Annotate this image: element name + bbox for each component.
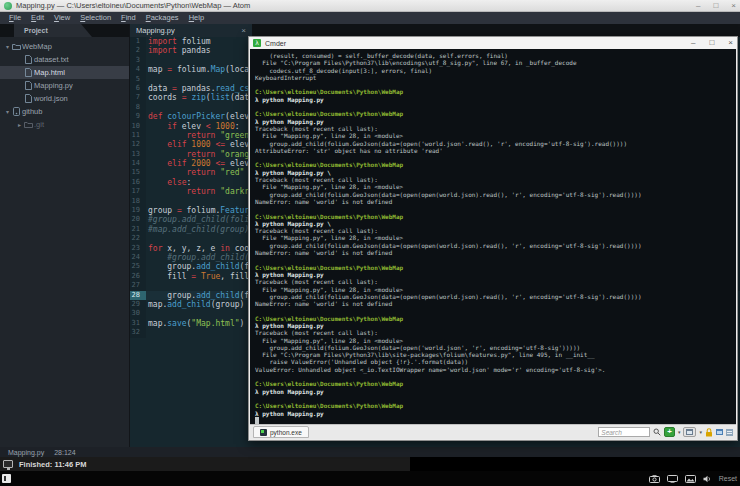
- terminal-line: NameError: name 'world' is not defined: [255, 300, 736, 307]
- console-tab-python-exe[interactable]: python.exe: [253, 426, 309, 438]
- line-number: 24: [130, 253, 146, 262]
- line-number: 7: [130, 93, 146, 102]
- terminal-line: [255, 373, 736, 380]
- tree-item-label: .git: [34, 120, 44, 129]
- terminal-line: ValueError: Unhandled object <_io.TextIO…: [255, 366, 736, 373]
- terminal-line: C:\Users\eltoineu\Documents\Python\WebMa…: [255, 88, 736, 95]
- tree-item-world-json[interactable]: world.json: [0, 92, 129, 105]
- terminal-line: [255, 256, 736, 263]
- terminal-line: File "Mapping.py", line 28, in <module>: [255, 183, 736, 190]
- line-number: 22: [130, 234, 146, 243]
- line-number: 17: [130, 187, 146, 196]
- line-number: 32: [130, 328, 146, 337]
- chevron-down-icon[interactable]: ▾: [4, 108, 11, 115]
- chevron-right-icon[interactable]: ▸: [16, 121, 23, 128]
- terminal-line: group.add_child(folium.GeoJson(data=(ope…: [255, 140, 736, 147]
- cmder-close-button[interactable]: ×: [728, 37, 733, 49]
- window-title: Mapping.py — C:\Users\eltoineu\Documents…: [16, 1, 250, 10]
- menu-item-help[interactable]: Help: [184, 12, 209, 24]
- new-console-button[interactable]: +: [664, 427, 675, 437]
- minimize-button[interactable]: –: [696, 0, 700, 12]
- console-switch-dropdown-icon[interactable]: ▾: [699, 429, 702, 435]
- terminal-line: NameError: name 'world' is not defined: [255, 249, 736, 256]
- line-number: 19: [130, 206, 146, 215]
- tree-item-label: github: [22, 107, 42, 116]
- terminal-line: λ python Mapping.py: [255, 96, 736, 103]
- terminal-line: Traceback (most recent call last):: [255, 176, 736, 183]
- search-input[interactable]: [598, 427, 650, 437]
- camera-icon[interactable]: [649, 475, 660, 483]
- search-icon[interactable]: [653, 428, 661, 436]
- line-number: 9: [130, 112, 146, 121]
- line-number: 31: [130, 319, 146, 328]
- folder-icon: [11, 43, 22, 50]
- terminal-line: λ python Mapping.py: [255, 118, 736, 125]
- tree-item--git[interactable]: ▸.git: [0, 118, 129, 131]
- image-icon[interactable]: [685, 475, 696, 483]
- tree-item-label: world.json: [34, 94, 68, 103]
- taskbar-app-icon[interactable]: [2, 474, 11, 483]
- terminal-line: C:\Users\eltoineu\Documents\Python\WebMa…: [255, 402, 736, 409]
- lock-icon[interactable]: [705, 428, 713, 437]
- cmder-app-icon: λ: [253, 39, 261, 47]
- tree-item-github[interactable]: ▾github: [0, 105, 129, 118]
- line-number: 30: [130, 309, 146, 318]
- line-number: 4: [130, 65, 146, 74]
- terminal-line: group.add_child(folium.GeoJson(data=(ope…: [255, 293, 736, 300]
- line-number: 8: [130, 103, 146, 112]
- tab-close-icon[interactable]: ×: [241, 26, 246, 35]
- repo-icon: [11, 107, 22, 116]
- monitor-icon: [3, 460, 13, 468]
- console-switch-button[interactable]: [683, 427, 696, 437]
- menu-item-file[interactable]: File: [4, 12, 26, 24]
- terminal-line: C:\Users\eltoineu\Documents\Python\WebMa…: [255, 264, 736, 271]
- cmder-window: λ Cmder – □ × (result, consumed) = self.…: [248, 36, 738, 441]
- terminal-line: KeyboardInterrupt: [255, 74, 736, 81]
- terminal-line: codecs.utf_8_decode(input[3:], errors, f…: [255, 67, 736, 74]
- volume-icon[interactable]: [703, 475, 712, 483]
- list-icon[interactable]: [726, 429, 733, 436]
- menu-item-packages[interactable]: Packages: [141, 12, 184, 24]
- file-icon: [23, 68, 34, 77]
- cmder-maximize-button[interactable]: □: [709, 37, 714, 49]
- terminal-line: [255, 205, 736, 212]
- window-icon: [686, 429, 693, 435]
- close-button[interactable]: ×: [731, 0, 736, 12]
- menu-item-selection[interactable]: Selection: [75, 12, 116, 24]
- maximize-button[interactable]: □: [713, 0, 718, 12]
- display-icon[interactable]: [667, 475, 678, 483]
- reset-button[interactable]: Reset: [719, 475, 737, 482]
- window-blue-icon[interactable]: [716, 429, 723, 435]
- line-number: 3: [130, 56, 146, 65]
- terminal-line: File "Mapping.py", line 28, in <module>: [255, 337, 736, 344]
- project-tab[interactable]: Project: [14, 24, 92, 37]
- terminal-output[interactable]: (result, consumed) = self._buffer_decode…: [250, 49, 736, 424]
- menu-item-edit[interactable]: Edit: [26, 12, 49, 24]
- terminal-line: Traceback (most recent call last):: [255, 278, 736, 285]
- line-number: 28: [130, 291, 146, 300]
- line-number: 14: [130, 159, 146, 168]
- line-number: 25: [130, 262, 146, 271]
- cmder-minimize-button[interactable]: –: [691, 37, 695, 49]
- statusbar-file[interactable]: Mapping.py: [8, 449, 44, 456]
- tree-item-mapping-py[interactable]: Mapping.py: [0, 79, 129, 92]
- menu-item-view[interactable]: View: [49, 12, 75, 24]
- tree-item-webmap[interactable]: ▾WebMap: [0, 40, 129, 53]
- menu-item-find[interactable]: Find: [116, 12, 141, 24]
- terminal-line: [255, 395, 736, 402]
- atom-statusbar: Mapping.py 28:124: [0, 447, 740, 457]
- terminal-line: File "Mapping.py", line 28, in <module>: [255, 132, 736, 139]
- terminal-cursor: [255, 417, 259, 424]
- tab-mapping-py[interactable]: Mapping.py ×: [130, 24, 252, 37]
- chevron-down-icon[interactable]: ▾: [4, 43, 11, 50]
- line-number: 18: [130, 197, 146, 206]
- line-number: 16: [130, 178, 146, 187]
- tree-item-map-html[interactable]: Map.html: [0, 66, 129, 79]
- statusbar-cursor-position[interactable]: 28:124: [54, 449, 75, 456]
- new-console-dropdown-icon[interactable]: ▾: [678, 429, 681, 435]
- tree-item-dataset-txt[interactable]: dataset.txt: [0, 53, 129, 66]
- line-number: 27: [130, 281, 146, 290]
- terminal-line: C:\Users\eltoineu\Documents\Python\WebMa…: [255, 161, 736, 168]
- line-number: 13: [130, 150, 146, 159]
- cmder-titlebar[interactable]: λ Cmder – □ ×: [249, 37, 737, 49]
